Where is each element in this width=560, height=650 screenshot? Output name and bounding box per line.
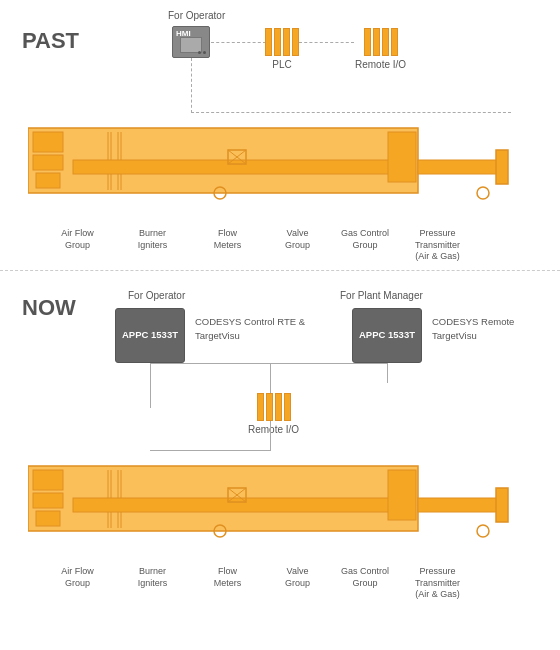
- svg-rect-1: [33, 132, 63, 152]
- svg-rect-30: [388, 470, 416, 520]
- appc-left-box: APPC 1533T: [115, 308, 185, 363]
- now-furnace-diagram: [28, 448, 538, 568]
- past-furnace-labels: Air FlowGroup BurnerIgniters FlowMeters …: [40, 228, 540, 263]
- svg-rect-13: [388, 132, 416, 182]
- svg-rect-18: [33, 470, 63, 490]
- svg-rect-19: [33, 493, 63, 508]
- svg-rect-32: [418, 498, 498, 512]
- svg-point-14: [477, 187, 489, 199]
- past-furnace-diagram: [28, 110, 538, 230]
- plc-to-remoteio-line: [299, 42, 354, 43]
- svg-rect-15: [418, 160, 498, 174]
- svg-rect-20: [36, 511, 60, 526]
- now-label: NOW: [22, 295, 76, 321]
- now-operator-label: For Operator: [128, 290, 185, 301]
- past-vertical-line: [191, 58, 192, 113]
- svg-rect-16: [496, 150, 508, 184]
- past-operator-label: For Operator: [168, 10, 225, 21]
- now-remoteio-down-line: [270, 421, 271, 451]
- plc-block: PLC: [265, 28, 299, 70]
- past-remote-io-block: Remote I/O: [355, 28, 406, 70]
- codesys-left-text: CODESYS Control RTE &TargetVisu: [195, 315, 315, 344]
- section-divider: [0, 270, 560, 271]
- now-connect-line: [150, 363, 387, 364]
- now-plant-manager-label: For Plant Manager: [340, 290, 423, 301]
- svg-point-31: [477, 525, 489, 537]
- svg-rect-33: [496, 488, 508, 522]
- past-label: PAST: [22, 28, 79, 54]
- svg-rect-3: [36, 173, 60, 188]
- now-remote-io-block: Remote I/O: [248, 393, 299, 435]
- appc-right-box: APPC 1533T: [352, 308, 422, 363]
- now-furnace-labels: Air FlowGroup BurnerIgniters FlowMeters …: [40, 566, 540, 601]
- hmi-to-plc-line: [211, 42, 266, 43]
- now-center-vertical: [270, 363, 271, 393]
- now-right-vertical-line: [387, 363, 388, 383]
- codesys-right-text: CODESYS RemoteTargetVisu: [432, 315, 542, 344]
- svg-rect-2: [33, 155, 63, 170]
- hmi-device: HMI: [172, 26, 210, 58]
- now-left-vertical-line: [150, 363, 151, 408]
